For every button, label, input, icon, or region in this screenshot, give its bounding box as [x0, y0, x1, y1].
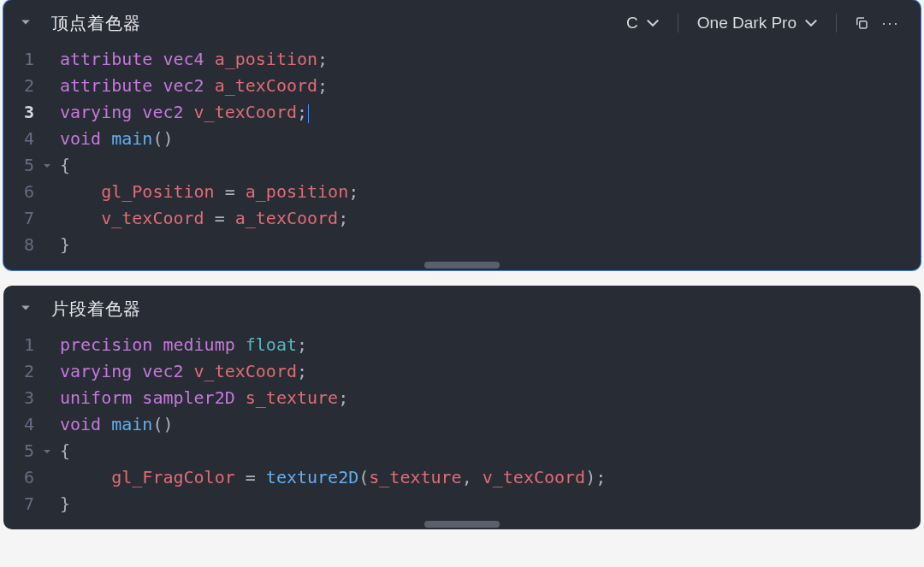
fold-marker — [43, 411, 60, 438]
code-line[interactable]: gl_FragColor = texture2D(s_texture, v_te… — [60, 464, 921, 491]
code-line[interactable]: varying vec2 v_texCoord; — [60, 358, 921, 385]
code-line[interactable]: attribute vec4 a_position; — [60, 46, 921, 73]
code-line[interactable]: { — [60, 438, 921, 464]
fold-marker — [43, 205, 60, 232]
fold-marker — [43, 99, 60, 126]
fold-marker[interactable] — [43, 152, 60, 179]
collapse-toggle[interactable] — [21, 303, 31, 316]
line-number: 5 — [3, 152, 34, 179]
theme-label: One Dark Pro — [697, 14, 797, 32]
chevron-down-icon — [805, 17, 817, 29]
line-number: 8 — [3, 232, 34, 258]
copy-button[interactable] — [847, 9, 876, 38]
fold-marker — [43, 179, 60, 205]
line-number: 3 — [3, 99, 34, 126]
fold-marker[interactable] — [43, 438, 60, 464]
panel-header: 顶点着色器 C One Dark Pro — [3, 0, 921, 46]
code-lines[interactable]: precision mediump float;varying vec2 v_t… — [60, 332, 921, 517]
panel-title: 顶点着色器 — [51, 12, 141, 35]
code-line[interactable]: } — [60, 491, 921, 517]
code-line[interactable]: precision mediump float; — [60, 332, 921, 358]
more-icon: ··· — [881, 15, 899, 32]
code-lines[interactable]: attribute vec4 a_position;attribute vec2… — [60, 46, 921, 258]
more-button[interactable]: ··· — [876, 9, 905, 38]
code-line[interactable]: gl_Position = a_position; — [60, 179, 921, 205]
editor-panel-vertex: 顶点着色器 C One Dark Pro — [3, 0, 921, 270]
code-line[interactable]: varying vec2 v_texCoord; — [60, 99, 921, 126]
line-gutter: 1234567 — [3, 332, 43, 517]
fold-marker — [43, 385, 60, 411]
chevron-down-icon — [647, 17, 659, 29]
line-number: 7 — [3, 491, 34, 517]
code-line[interactable]: void main() — [60, 411, 921, 438]
line-number: 6 — [3, 464, 34, 491]
code-area[interactable]: 1234567 precision mediump float;varying … — [3, 332, 921, 529]
fold-marker — [43, 126, 60, 152]
panel-title: 片段着色器 — [51, 298, 141, 321]
code-line[interactable]: { — [60, 152, 921, 179]
code-line[interactable]: uniform sampler2D s_texture; — [60, 385, 921, 411]
line-number: 5 — [3, 438, 34, 464]
line-number: 2 — [3, 358, 34, 385]
code-line[interactable]: void main() — [60, 126, 921, 152]
code-area[interactable]: 12345678 attribute vec4 a_position;attri… — [3, 46, 921, 270]
line-gutter: 12345678 — [3, 46, 43, 258]
header-controls: C One Dark Pro ··· — [618, 9, 905, 38]
horizontal-scrollbar[interactable] — [424, 521, 500, 528]
horizontal-scrollbar[interactable] — [424, 262, 500, 269]
svg-rect-0 — [860, 21, 867, 28]
editor-panel-fragment: 片段着色器 1234567 precision mediump float;va… — [3, 286, 921, 529]
line-number: 3 — [3, 385, 34, 411]
language-label: C — [626, 14, 638, 32]
line-number: 1 — [3, 46, 34, 73]
theme-select[interactable]: One Dark Pro — [689, 14, 826, 32]
panel-header: 片段着色器 — [3, 286, 921, 332]
separator — [678, 14, 678, 32]
code-line[interactable]: } — [60, 232, 921, 258]
language-select[interactable]: C — [618, 14, 667, 32]
code-line[interactable]: attribute vec2 a_texCoord; — [60, 73, 921, 99]
fold-marker — [43, 464, 60, 491]
line-number: 7 — [3, 205, 34, 232]
fold-marker — [43, 232, 60, 258]
fold-marker — [43, 358, 60, 385]
fold-column — [43, 46, 60, 258]
collapse-toggle[interactable] — [21, 17, 31, 30]
line-number: 6 — [3, 179, 34, 205]
separator — [836, 14, 837, 32]
line-number: 1 — [3, 332, 34, 358]
line-number: 2 — [3, 73, 34, 99]
fold-marker — [43, 332, 60, 358]
code-line[interactable]: v_texCoord = a_texCoord; — [60, 205, 921, 232]
fold-column — [43, 332, 60, 517]
text-cursor — [308, 104, 309, 123]
fold-marker — [43, 46, 60, 73]
fold-marker — [43, 491, 60, 517]
line-number: 4 — [3, 411, 34, 438]
fold-marker — [43, 73, 60, 99]
line-number: 4 — [3, 126, 34, 152]
